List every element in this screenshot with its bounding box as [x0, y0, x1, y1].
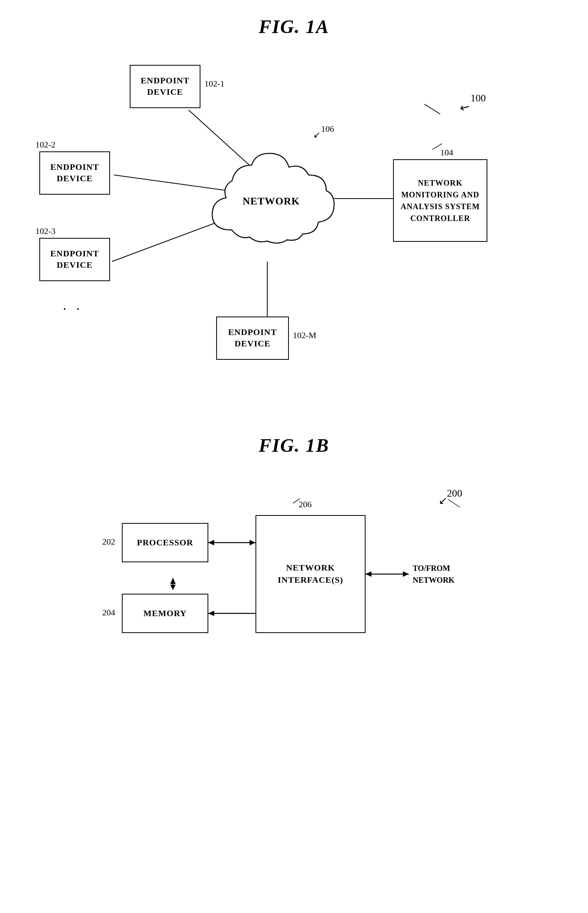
svg-text:NETWORK: NETWORK	[243, 195, 300, 207]
endpoint-device-1: ENDPOINT DEVICE	[130, 65, 200, 108]
endpoint-device-3: ENDPOINT DEVICE	[39, 238, 110, 281]
svg-line-5	[424, 104, 440, 114]
svg-marker-16	[170, 578, 176, 584]
memory-box: MEMORY	[122, 594, 208, 633]
svg-marker-19	[366, 571, 371, 577]
ref-102-3: 102-3	[35, 226, 55, 236]
svg-marker-13	[208, 611, 214, 616]
arrow-106: ↙	[313, 130, 320, 140]
ref-102-2: 102-2	[35, 140, 55, 150]
endpoint-device-2: ENDPOINT DEVICE	[39, 151, 110, 195]
arrow-200: ↙	[439, 495, 447, 507]
svg-marker-11	[250, 540, 255, 545]
fig1b-section: FIG. 1B	[24, 434, 564, 672]
continuation-dots: · ·	[63, 301, 83, 317]
svg-line-22	[293, 499, 300, 503]
svg-marker-10	[208, 540, 214, 545]
ref-204: 204	[102, 607, 115, 618]
svg-marker-20	[403, 571, 409, 577]
ref-200: 200	[447, 488, 462, 499]
fig1b-title: FIG. 1B	[24, 434, 564, 456]
network-interface-box: NETWORK INTERFACE(S)	[255, 515, 366, 633]
ref-106: 106	[321, 124, 334, 134]
controller-box: NETWORK MONITORING AND ANALYSIS SYSTEM C…	[393, 159, 487, 242]
network-cloud: NETWORK 106 ↙	[200, 136, 342, 261]
ref-102-1: 102-1	[204, 79, 224, 89]
fig1b-diagram: 200 ↙ PROCESSOR 202 MEMORY 204 NETWORK I…	[24, 468, 564, 672]
page: FIG. 1A 100 ↙ ENDPOINT DEVICE	[0, 0, 588, 913]
endpoint-device-m: ENDPOINT DEVICE	[216, 317, 289, 360]
processor-box: PROCESSOR	[122, 523, 208, 562]
ref-102-m: 102-M	[293, 330, 316, 341]
ref-206-tick	[293, 499, 301, 504]
svg-line-21	[448, 499, 460, 507]
fig1a-diagram: 100 ↙ ENDPOINT DEVICE 102-1 ENDPOINT DEV…	[24, 49, 564, 403]
svg-line-8	[432, 144, 442, 149]
fig1a-title: FIG. 1A	[24, 16, 564, 37]
ref-104-tick	[432, 144, 444, 151]
ref-202: 202	[102, 537, 115, 547]
to-from-network-label: TO/FROM NETWORK	[413, 562, 455, 586]
ref-100: 100	[470, 92, 486, 104]
svg-marker-17	[170, 585, 176, 590]
